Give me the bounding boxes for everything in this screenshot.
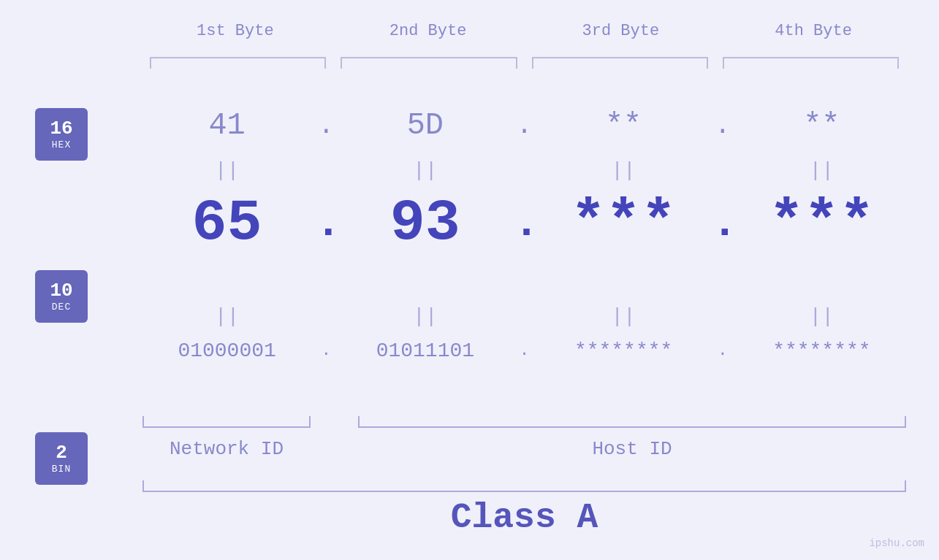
dec-base-label: 10 DEC [35, 270, 88, 323]
bin-row: 01000001 . 01011101 . ******** . *******… [139, 340, 910, 362]
network-id-label: Network ID [142, 438, 311, 460]
dec-b4: *** [769, 190, 874, 256]
equals-row-2: || || || || [139, 305, 910, 328]
bin-dot-3: . [718, 342, 727, 360]
dec-b1: 65 [192, 190, 262, 256]
dec-base-num: 10 [50, 280, 72, 302]
hex-row: 41 . 5D . ** . ** [139, 108, 910, 143]
bin-b4: ******** [772, 340, 870, 362]
watermark: ipshu.com [869, 537, 924, 549]
host-id-label: Host ID [358, 438, 906, 460]
hex-b2: 5D [407, 108, 444, 143]
class-a-label: Class A [139, 498, 910, 537]
equals-row-1: || || || || [139, 159, 910, 182]
dec-row: 65 . 93 . *** . *** [139, 190, 910, 256]
hex-base-name: HEX [52, 139, 71, 150]
host-id-bracket [358, 416, 906, 428]
bin-b3: ******** [574, 340, 672, 362]
bin-b2: 01011101 [376, 340, 474, 362]
hex-base-label: 16 HEX [35, 108, 88, 161]
main-container: 1st Byte 2nd Byte 3rd Byte 4th Byte 16 H… [0, 0, 939, 560]
hex-dot-3: . [715, 111, 731, 141]
bin-base-label: 2 BIN [35, 432, 88, 485]
class-bracket [142, 480, 906, 492]
bin-base-name: BIN [52, 464, 71, 475]
base-labels: 16 HEX 10 DEC 2 BIN [35, 108, 88, 485]
network-id-bracket [142, 416, 311, 428]
hex-b4: ** [803, 108, 840, 143]
byte-header-2: 2nd Byte [332, 22, 525, 40]
byte-header-4: 4th Byte [717, 22, 910, 40]
bin-b1: 01000001 [178, 340, 275, 362]
bin-dot-2: . [520, 342, 529, 360]
hex-dot-1: . [318, 111, 334, 141]
hex-dot-2: . [517, 111, 533, 141]
bin-dot-1: . [322, 342, 331, 360]
top-brackets [142, 57, 906, 69]
hex-base-num: 16 [50, 118, 72, 139]
hex-b1: 41 [208, 108, 245, 143]
hex-b3: ** [605, 108, 642, 143]
dec-b3: *** [571, 190, 676, 256]
byte-header-3: 3rd Byte [525, 22, 718, 40]
dec-b2: 93 [390, 190, 460, 256]
dec-base-name: DEC [52, 302, 71, 312]
byte-headers: 1st Byte 2nd Byte 3rd Byte 4th Byte [139, 22, 910, 40]
bin-base-num: 2 [56, 442, 67, 464]
byte-header-1: 1st Byte [139, 22, 332, 40]
